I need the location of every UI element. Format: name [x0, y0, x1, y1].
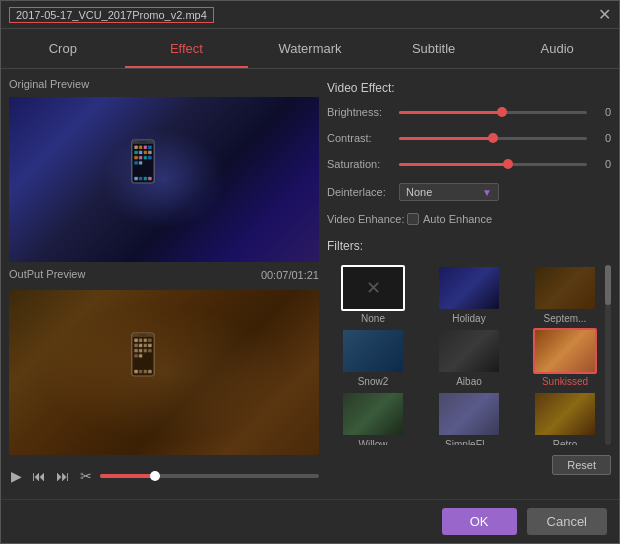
progress-thumb [150, 471, 160, 481]
main-content: Original Preview OutPut Preview 00:07/01… [1, 69, 619, 499]
original-preview-image [9, 97, 319, 262]
enhance-row: Video Enhance: Auto Enhance [327, 213, 611, 225]
progress-fill [100, 474, 155, 478]
filter-retro-thumb [533, 391, 597, 437]
tabs-bar: Crop Effect Watermark Subtitle Audio [1, 29, 619, 69]
brightness-thumb [497, 107, 507, 117]
play-button[interactable]: ▶ [9, 466, 24, 486]
filter-snow2[interactable]: Snow2 [327, 328, 419, 387]
cut-button[interactable]: ✂ [78, 466, 94, 486]
filter-snow2-thumb [341, 328, 405, 374]
filter-simpleel-thumb [437, 391, 501, 437]
output-preview-box [9, 290, 319, 455]
output-preview-image [9, 290, 319, 455]
tab-crop[interactable]: Crop [1, 29, 125, 68]
brightness-slider[interactable] [399, 105, 587, 119]
contrast-fill [399, 137, 493, 140]
bottom-bar: OK Cancel [1, 499, 619, 543]
tab-watermark[interactable]: Watermark [248, 29, 372, 68]
filter-willow[interactable]: Willow [327, 391, 419, 445]
brightness-row: Brightness: 0 [327, 105, 611, 119]
filename-label: 2017-05-17_VCU_2017Promo_v2.mp4 [9, 7, 214, 23]
dropdown-arrow-icon: ▼ [482, 187, 492, 198]
app-window: 2017-05-17_VCU_2017Promo_v2.mp4 ✕ Crop E… [0, 0, 620, 544]
deinterlace-select[interactable]: None ▼ [399, 183, 499, 201]
filter-sunkissed-thumb [533, 328, 597, 374]
video-effect-title: Video Effect: [327, 81, 611, 95]
filter-none[interactable]: ✕ None [327, 265, 419, 324]
prev-button[interactable]: ⏮ [30, 466, 48, 486]
brightness-fill [399, 111, 502, 114]
ok-button[interactable]: OK [442, 508, 517, 535]
contrast-thumb [488, 133, 498, 143]
saturation-row: Saturation: 0 [327, 157, 611, 171]
saturation-thumb [503, 159, 513, 169]
filter-september-thumb [533, 265, 597, 311]
auto-enhance-checkbox[interactable] [407, 213, 419, 225]
left-panel: Original Preview OutPut Preview 00:07/01… [9, 77, 319, 491]
contrast-slider[interactable] [399, 131, 587, 145]
tab-audio[interactable]: Audio [495, 29, 619, 68]
filter-none-thumb: ✕ [341, 265, 405, 311]
playback-controls: ▶ ⏮ ⏭ ✂ [9, 461, 319, 491]
output-header: OutPut Preview 00:07/01:21 [9, 268, 319, 282]
filter-holiday[interactable]: Holiday [423, 265, 515, 324]
reset-row: Reset [327, 455, 611, 475]
progress-bar[interactable] [100, 474, 319, 478]
title-bar: 2017-05-17_VCU_2017Promo_v2.mp4 ✕ [1, 1, 619, 29]
filter-sunkissed[interactable]: Sunkissed [519, 328, 611, 387]
filters-grid: ✕ None Holiday [327, 265, 611, 445]
close-button[interactable]: ✕ [598, 7, 611, 23]
filter-retro[interactable]: Retro [519, 391, 611, 445]
tab-effect[interactable]: Effect [125, 29, 249, 68]
scrollbar-track [605, 265, 611, 445]
filters-title: Filters: [327, 239, 611, 253]
deinterlace-row: Deinterlace: None ▼ [327, 183, 611, 201]
saturation-slider[interactable] [399, 157, 587, 171]
filter-september[interactable]: Septem... [519, 265, 611, 324]
original-preview-label: Original Preview [9, 77, 319, 91]
next-button[interactable]: ⏭ [54, 466, 72, 486]
filter-aibao-thumb [437, 328, 501, 374]
tab-subtitle[interactable]: Subtitle [372, 29, 496, 68]
saturation-fill [399, 163, 508, 166]
cancel-button[interactable]: Cancel [527, 508, 607, 535]
scrollbar-thumb[interactable] [605, 265, 611, 305]
contrast-row: Contrast: 0 [327, 131, 611, 145]
filter-willow-thumb [341, 391, 405, 437]
right-panel: Video Effect: Brightness: 0 Contrast: [327, 77, 611, 491]
reset-button[interactable]: Reset [552, 455, 611, 475]
original-preview-box [9, 97, 319, 262]
filter-simpleel[interactable]: SimpleEl... [423, 391, 515, 445]
filter-aibao[interactable]: Aibao [423, 328, 515, 387]
filter-holiday-thumb [437, 265, 501, 311]
